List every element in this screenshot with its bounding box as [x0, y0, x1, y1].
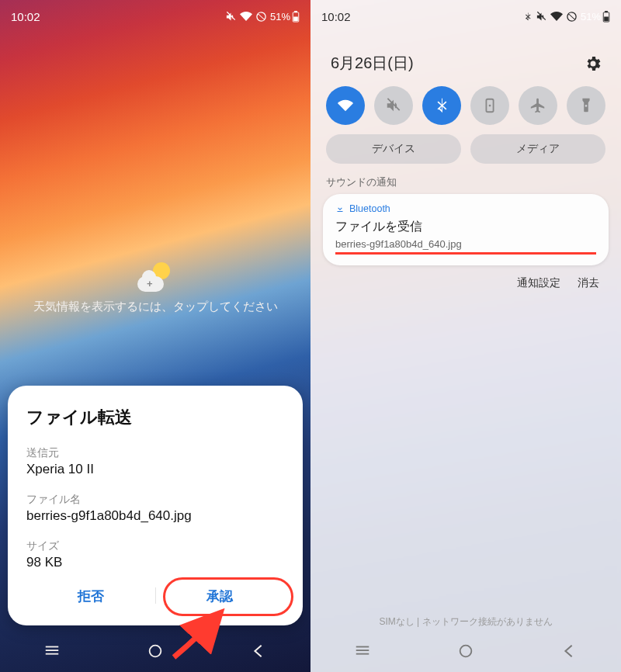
file-transfer-sheet: ファイル転送 送信元 Xperia 10 II ファイル名 berries-g9…	[8, 386, 303, 625]
status-time: 10:02	[321, 10, 351, 23]
size-value: 98 KB	[26, 555, 284, 570]
svg-rect-5	[45, 653, 58, 655]
svg-rect-1	[294, 11, 297, 12]
shade-date: 6月26日(日)	[331, 53, 414, 74]
qs-bluetooth[interactable]	[422, 86, 461, 125]
weather-icon: +	[137, 262, 173, 293]
svg-rect-2	[293, 16, 298, 21]
notif-title: ファイルを受信	[335, 219, 596, 235]
qs-wifi[interactable]	[326, 86, 365, 125]
svg-rect-8	[605, 11, 608, 12]
notification-card[interactable]: Bluetooth ファイルを受信 berries-g9f1a80b4d_640…	[323, 194, 609, 265]
svg-point-11	[489, 105, 491, 107]
download-icon	[335, 204, 345, 213]
nav-recent-button[interactable]	[43, 643, 61, 663]
svg-rect-9	[604, 16, 609, 21]
nav-back-button[interactable]	[560, 643, 578, 663]
wifi-icon	[240, 10, 252, 23]
sim-status: SIMなし | ネットワーク接続がありません	[310, 615, 621, 629]
settings-icon[interactable]	[584, 54, 602, 73]
svg-rect-4	[45, 646, 58, 648]
nav-home-button[interactable]	[147, 643, 164, 663]
notif-action-row: 通知設定 消去	[321, 265, 610, 290]
nav-recent-button[interactable]	[354, 643, 371, 663]
wifi-icon	[550, 10, 563, 23]
from-value: Xperia 10 II	[26, 462, 284, 477]
qs-rotation[interactable]	[470, 86, 509, 125]
status-icons: 51%	[225, 10, 300, 23]
sheet-title: ファイル転送	[26, 406, 284, 429]
status-time: 10:02	[11, 10, 40, 23]
nav-back-button[interactable]	[250, 643, 267, 663]
weather-widget[interactable]: + 天気情報を表示するには、タップしてください	[0, 262, 310, 314]
mute-icon	[536, 11, 547, 23]
qs-airplane[interactable]	[519, 86, 557, 125]
chip-media[interactable]: メディア	[470, 134, 605, 164]
status-bar: 10:02 51%	[0, 0, 310, 28]
sheet-actions: 拒否 承認	[26, 575, 284, 613]
nav-bar	[310, 633, 621, 672]
nav-bar	[0, 633, 310, 672]
quick-settings-row	[321, 85, 610, 134]
notif-subtitle: berries-g9f1a80b4d_640.jpg	[335, 238, 462, 250]
notif-source: Bluetooth	[335, 203, 596, 214]
nav-home-button[interactable]	[457, 643, 474, 663]
filename-value: berries-g9f1a80b4d_640.jpg	[26, 508, 284, 524]
mute-icon	[225, 11, 237, 23]
battery-indicator: 51%	[270, 11, 300, 23]
svg-rect-14	[356, 653, 369, 655]
qs-sound[interactable]	[374, 86, 413, 125]
phone-right: 10:02 51% 6月26日(日) デバイス メディア	[310, 0, 621, 672]
status-bar: 10:02 51%	[310, 0, 621, 28]
chip-devices[interactable]: デバイス	[326, 134, 461, 164]
status-icons: 51%	[523, 10, 610, 23]
phone-left: 10:02 51% + 天気情報を表示するには、タップしてください ファイル転送…	[0, 0, 310, 672]
notification-settings-button[interactable]: 通知設定	[517, 276, 560, 290]
accept-button[interactable]: 承認	[155, 575, 284, 613]
from-label: 送信元	[26, 446, 284, 460]
chip-row: デバイス メディア	[321, 134, 610, 175]
svg-point-15	[460, 646, 472, 657]
filename-label: ファイル名	[26, 493, 284, 507]
battery-indicator: 51%	[581, 11, 610, 23]
bluetooth-icon	[523, 11, 533, 23]
svg-point-6	[150, 646, 161, 657]
weather-hint-text: 天気情報を表示するには、タップしてください	[0, 300, 310, 314]
notification-shade: 6月26日(日) デバイス メディア サウンドの通知 Bluetooth ファイ…	[310, 0, 621, 290]
qs-flashlight[interactable]	[567, 86, 605, 125]
clear-button[interactable]: 消去	[578, 276, 599, 290]
no-signal-icon	[255, 11, 267, 23]
svg-rect-13	[356, 646, 369, 648]
svg-rect-3	[45, 649, 58, 651]
no-signal-icon	[566, 11, 578, 23]
section-sound-notifications: サウンドの通知	[321, 175, 610, 194]
size-label: サイズ	[26, 539, 284, 553]
decline-button[interactable]: 拒否	[26, 575, 155, 613]
svg-rect-12	[356, 649, 369, 651]
